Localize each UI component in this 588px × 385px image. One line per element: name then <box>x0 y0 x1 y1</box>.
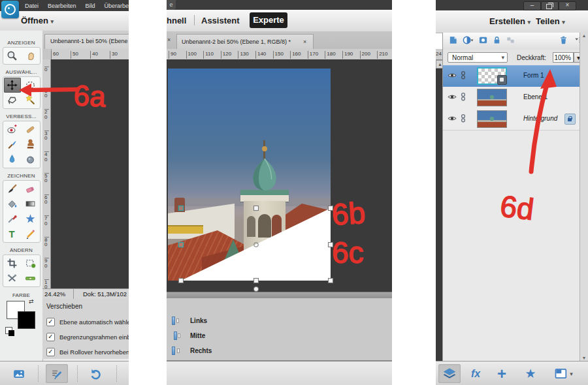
doc-size-info: Dok: 51,3M/102 <box>83 290 127 298</box>
align-left-option[interactable]: Links <box>172 315 207 326</box>
restore-button[interactable] <box>541 1 559 10</box>
tab-assistent[interactable]: Assistent <box>201 16 240 25</box>
rotate-handle[interactable] <box>253 286 258 291</box>
swap-colors-icon[interactable]: ⇄ <box>29 298 34 305</box>
scissors-tool[interactable] <box>4 271 21 286</box>
close-button[interactable]: × <box>559 1 576 10</box>
opacity-value-input[interactable]: 100% <box>553 52 574 63</box>
ruler-label: 100 <box>186 51 204 59</box>
checkbox-icon[interactable]: ✓ <box>46 333 55 341</box>
straighten-tool[interactable] <box>22 271 39 286</box>
delete-layer-icon[interactable] <box>559 35 568 48</box>
menu-item[interactable]: Datei <box>25 3 39 9</box>
layers-scrollbar[interactable]: ▲ ▼ <box>580 33 588 361</box>
zoom-tool[interactable] <box>4 48 21 63</box>
layer-row-hintergrund[interactable]: Hintergrund <box>443 108 580 131</box>
gradient-tool[interactable] <box>22 196 39 211</box>
align-right-icon <box>172 346 182 355</box>
doc2-tab-close-icon[interactable]: × <box>303 38 306 45</box>
layer-thumbnail[interactable] <box>477 89 507 106</box>
ruler-label: 40 <box>44 151 49 173</box>
add-button[interactable]: + <box>491 364 513 383</box>
menu-item[interactable]: Bild <box>86 3 95 9</box>
visibility-eye-icon[interactable] <box>448 115 457 123</box>
adjustment-layer-icon[interactable] <box>462 35 474 48</box>
paint-bucket-tool[interactable] <box>4 196 21 211</box>
visibility-eye-icon[interactable] <box>448 72 457 80</box>
visibility-eye-icon[interactable] <box>448 93 457 102</box>
tab-schnell[interactable]: hnell <box>167 16 186 25</box>
menu-item[interactable]: Überarbeiten <box>105 3 129 9</box>
shape-tool[interactable] <box>22 211 39 226</box>
move-tool[interactable] <box>4 78 21 93</box>
doc1-canvas[interactable] <box>51 59 129 288</box>
align-right-option[interactable]: Rechts <box>172 345 212 356</box>
teilen-button[interactable]: Teilen ▾ <box>536 16 565 26</box>
sharpen-tool[interactable] <box>22 152 39 167</box>
svg-text:T: T <box>8 229 14 239</box>
menu-item[interactable]: Bearbeiten <box>48 3 76 9</box>
checkbox-highlight-on-rollover[interactable]: ✓ Bei Rollover hervorheben <box>46 347 129 356</box>
smart-brush-tool[interactable] <box>4 137 21 152</box>
checkbox-auto-select-layer[interactable]: ✓ Ebene automatisch wählen <box>46 317 129 326</box>
recompose-tool[interactable] <box>22 256 39 271</box>
checkbox-icon[interactable]: ✓ <box>46 348 55 356</box>
redo-button[interactable] <box>123 364 129 383</box>
zoom-level[interactable]: 24.42% <box>44 290 65 298</box>
brush-tool[interactable] <box>4 181 21 196</box>
layer-thumbnail[interactable] <box>477 67 507 85</box>
doc1-tab-close-icon[interactable]: × <box>167 37 171 43</box>
ellipse-marquee-tool[interactable] <box>22 78 39 93</box>
hand-tool[interactable] <box>22 48 39 63</box>
ruler-label: 10 <box>44 88 49 110</box>
titlebar-fragment: e <box>167 0 176 10</box>
pencil-tool[interactable] <box>22 226 39 241</box>
blur-tool[interactable] <box>4 152 21 167</box>
layers-button[interactable] <box>438 364 461 383</box>
lock-icon[interactable] <box>492 35 502 48</box>
photo-bin-button[interactable] <box>8 364 30 383</box>
scroll-down-icon[interactable]: ▼ <box>580 356 588 360</box>
layer-name[interactable]: Hintergrund <box>523 115 557 122</box>
align-middle-option[interactable]: Mitte <box>172 330 205 341</box>
default-colors-icon[interactable] <box>5 327 12 334</box>
background-color-swatch[interactable] <box>18 311 35 329</box>
tool-options-button[interactable] <box>46 364 68 383</box>
new-layer-icon[interactable] <box>448 35 458 48</box>
red-eye-tool[interactable] <box>4 122 21 137</box>
layer-link-icon <box>460 70 466 82</box>
eyedropper-tool[interactable] <box>4 211 21 226</box>
checkbox-icon[interactable]: ✓ <box>46 318 55 326</box>
text-tool[interactable]: T <box>4 226 21 241</box>
undo-button[interactable] <box>85 364 107 383</box>
tab-experte[interactable]: Experte <box>250 12 287 28</box>
ruler-label: 50 <box>44 173 49 194</box>
lasso-tool[interactable] <box>4 93 21 108</box>
crop-tool[interactable] <box>4 256 21 271</box>
doc1-ruler-corner <box>42 49 52 59</box>
chevron-down-icon: ▾ <box>528 19 531 25</box>
layer-name[interactable]: Ebene 1 <box>523 93 547 100</box>
checkbox-show-bounding-box[interactable]: ✓ Begrenzungsrahmen einblenden <box>46 332 129 341</box>
layer-row-form1[interactable]: Form 1 <box>443 65 580 87</box>
magic-wand-tool[interactable] <box>22 93 39 108</box>
blend-mode-select[interactable]: Normal▾ <box>448 52 508 63</box>
clone-stamp-tool[interactable] <box>22 137 39 152</box>
layer-thumbnail[interactable] <box>477 110 507 128</box>
minimize-button[interactable]: – <box>523 1 541 10</box>
ruler-label: 170 <box>308 51 325 59</box>
layer-row-ebene1[interactable]: Ebene 1 <box>443 87 580 109</box>
favorites-button[interactable]: ★ <box>519 364 542 383</box>
open-button[interactable]: Öffnen ▾ <box>21 16 54 25</box>
healing-brush-tool[interactable] <box>22 122 39 137</box>
effects-button[interactable]: fx <box>465 364 487 383</box>
doc2-tab[interactable]: Unbenannt-2 bei 50% (Ebene 1, RGB/8) * × <box>176 34 314 50</box>
erstellen-button[interactable]: Erstellen ▾ <box>489 16 531 26</box>
eraser-tool[interactable] <box>22 181 39 196</box>
more-panels-button[interactable]: ▾ <box>550 364 578 383</box>
layer-mask-icon[interactable] <box>478 35 488 48</box>
scroll-up-icon[interactable]: ▲ <box>580 33 588 38</box>
layer-name[interactable]: Form 1 <box>523 72 544 79</box>
white-triangle-shape[interactable] <box>181 208 331 281</box>
link-layers-icon[interactable] <box>506 35 515 48</box>
